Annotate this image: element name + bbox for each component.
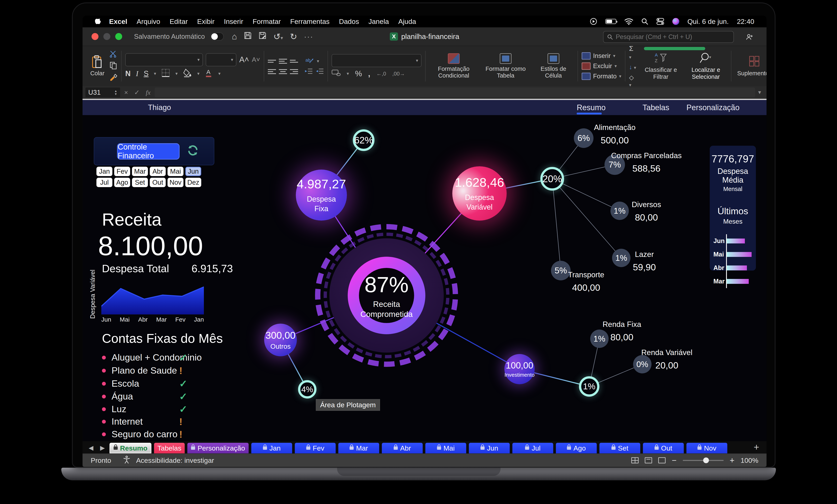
sheet-tab-jul[interactable]: Jul bbox=[512, 443, 553, 453]
orientation-icon[interactable]: ab bbox=[305, 57, 314, 66]
sheet-tab-resumo[interactable]: Resumo bbox=[109, 443, 152, 453]
sheet-tab-ago[interactable]: Ago bbox=[556, 443, 597, 453]
zoom-out-button[interactable]: − bbox=[672, 456, 676, 465]
controle-financeiro-button[interactable]: Controle Financeiro bbox=[117, 143, 180, 160]
fill-color-icon[interactable] bbox=[183, 68, 192, 79]
decrease-indent-icon[interactable] bbox=[305, 68, 313, 75]
month-button-dez[interactable]: Dez bbox=[185, 178, 201, 187]
copy-icon[interactable] bbox=[110, 62, 117, 70]
number-format-select[interactable]: ▾ bbox=[332, 54, 422, 67]
format-cells-button[interactable]: Formato▾ bbox=[582, 73, 621, 80]
screen-record-icon[interactable] bbox=[590, 18, 597, 25]
sheet-tab-jan[interactable]: Jan bbox=[251, 443, 292, 453]
insert-function-icon[interactable]: fx bbox=[144, 89, 153, 96]
nav-tab-resumo[interactable]: Resumo bbox=[577, 103, 606, 112]
zoom-level-label[interactable]: 100% bbox=[741, 456, 758, 464]
format-as-table-button[interactable]: Formatar como Tabela bbox=[481, 53, 530, 80]
more-options-icon[interactable]: ··· bbox=[304, 33, 314, 41]
font-name-select[interactable]: ▾ bbox=[125, 53, 203, 66]
increase-decimal-icon[interactable]: ,00→ bbox=[392, 71, 405, 77]
menu-janela[interactable]: Janela bbox=[368, 18, 389, 25]
menu-exibir[interactable]: Exibir bbox=[197, 18, 214, 25]
zoom-slider-knob[interactable] bbox=[703, 458, 709, 463]
menu-formatar[interactable]: Formatar bbox=[252, 18, 281, 25]
hub-node-1[interactable]: 1% bbox=[579, 376, 600, 397]
cut-icon[interactable] bbox=[109, 51, 118, 58]
next-sheet-icon[interactable]: ▶ bbox=[98, 444, 107, 453]
comma-format-icon[interactable]: , bbox=[368, 69, 370, 78]
insert-cells-button[interactable]: Inserir▾ bbox=[582, 52, 615, 60]
underline-chevron-icon[interactable]: ▾ bbox=[154, 71, 156, 76]
menu-ajuda[interactable]: Ajuda bbox=[398, 18, 416, 25]
siri-icon[interactable] bbox=[672, 18, 679, 25]
receita-comprometida-gauge[interactable]: 87% ReceitaComprometida bbox=[329, 238, 444, 353]
menu-clock-date[interactable]: Qui. 6 de jun. bbox=[688, 18, 729, 25]
sheet-tab-out[interactable]: Out bbox=[643, 443, 684, 453]
decrease-decimal-icon[interactable]: ←,0 bbox=[376, 71, 386, 77]
menu-app[interactable]: Excel bbox=[109, 18, 127, 25]
nav-tab-tabelas[interactable]: Tabelas bbox=[642, 103, 669, 112]
outros-bubble[interactable]: 300,00 Outros bbox=[264, 324, 297, 356]
sheet-tab-fev[interactable]: Fev bbox=[295, 443, 336, 453]
refresh-icon[interactable] bbox=[186, 144, 199, 157]
month-button-nov[interactable]: Nov bbox=[167, 178, 183, 187]
sheet-tab-tabelas[interactable]: Tabelas bbox=[154, 443, 185, 453]
battery-icon[interactable] bbox=[605, 19, 616, 24]
zoom-in-button[interactable]: + bbox=[730, 456, 734, 465]
autosum-icon[interactable]: Σ ▾ bbox=[629, 44, 637, 60]
menu-arquivo[interactable]: Arquivo bbox=[137, 18, 160, 25]
redo-icon[interactable]: ↻ bbox=[290, 32, 297, 42]
conditional-formatting-button[interactable]: Formatação Condicional bbox=[429, 53, 478, 80]
month-button-set[interactable]: Set bbox=[132, 178, 148, 187]
align-bottom-icon[interactable] bbox=[290, 60, 298, 63]
apple-icon[interactable] bbox=[95, 17, 101, 26]
delete-cells-button[interactable]: Excluir▾ bbox=[582, 62, 617, 70]
paste-button[interactable]: Colar bbox=[88, 55, 106, 77]
zoom-window-button[interactable] bbox=[115, 33, 122, 40]
month-button-fev[interactable]: Fev bbox=[114, 167, 130, 176]
spotlight-icon[interactable] bbox=[641, 18, 648, 25]
menu-editar[interactable]: Editar bbox=[170, 18, 188, 25]
sheet-tab-personalizacao[interactable]: Personalização bbox=[187, 443, 249, 453]
share-icon[interactable] bbox=[745, 33, 753, 42]
search-field[interactable] bbox=[603, 31, 734, 43]
control-center-icon[interactable] bbox=[656, 18, 664, 25]
clear-icon[interactable]: ◇ ▾ bbox=[629, 74, 637, 88]
font-color-icon[interactable]: A bbox=[205, 68, 213, 79]
page-layout-view-icon[interactable] bbox=[645, 457, 652, 463]
addins-button[interactable]: Suplementos bbox=[735, 55, 767, 78]
sheet-tab-jun[interactable]: Jun bbox=[469, 443, 510, 453]
add-sheet-button[interactable]: + bbox=[750, 442, 762, 453]
decrease-font-icon[interactable]: A˅ bbox=[252, 56, 260, 63]
menu-dados[interactable]: Dados bbox=[339, 18, 359, 25]
formula-input[interactable] bbox=[155, 88, 755, 97]
menu-ferramentas[interactable]: Ferramentas bbox=[290, 18, 330, 25]
align-top-icon[interactable] bbox=[268, 60, 276, 63]
name-box[interactable]: U31 ▲▼ bbox=[85, 88, 120, 97]
confirm-entry-icon[interactable]: ✓ bbox=[132, 89, 142, 96]
align-right-icon[interactable] bbox=[290, 69, 298, 74]
undo-icon[interactable]: ↺▾ bbox=[273, 32, 283, 42]
currency-format-icon[interactable] bbox=[332, 69, 341, 78]
month-button-jul[interactable]: Jul bbox=[96, 178, 112, 187]
sheet-tab-abr[interactable]: Abr bbox=[382, 443, 423, 453]
minimize-window-button[interactable] bbox=[103, 33, 110, 40]
normal-view-icon[interactable] bbox=[631, 457, 639, 463]
home-icon[interactable]: ⌂ bbox=[232, 32, 237, 41]
hub-node-62[interactable]: 62% bbox=[353, 129, 374, 151]
despesa-fixa-bubble[interactable]: 4.987,27 DespesaFixa bbox=[296, 170, 347, 221]
increase-font-icon[interactable]: A˄ bbox=[239, 55, 249, 64]
sheet-tab-set[interactable]: Set bbox=[600, 443, 640, 453]
hub-node-4[interactable]: 4% bbox=[298, 380, 317, 398]
align-center-icon[interactable] bbox=[279, 69, 287, 74]
autosave-toggle[interactable] bbox=[210, 33, 224, 41]
cancel-entry-icon[interactable]: × bbox=[122, 89, 130, 96]
align-middle-icon[interactable] bbox=[279, 59, 287, 64]
accessibility-status[interactable]: Acessibilidade: investigar bbox=[136, 456, 214, 464]
formula-expand-icon[interactable]: ▼ bbox=[757, 90, 764, 95]
font-size-select[interactable]: ▾ bbox=[206, 53, 236, 66]
sheet-tab-mai[interactable]: Mai bbox=[425, 443, 466, 453]
sheet-tab-mar[interactable]: Mar bbox=[338, 443, 379, 453]
month-button-mai[interactable]: Mai bbox=[167, 167, 183, 176]
sheet-tab-nov[interactable]: Nov bbox=[687, 443, 727, 453]
